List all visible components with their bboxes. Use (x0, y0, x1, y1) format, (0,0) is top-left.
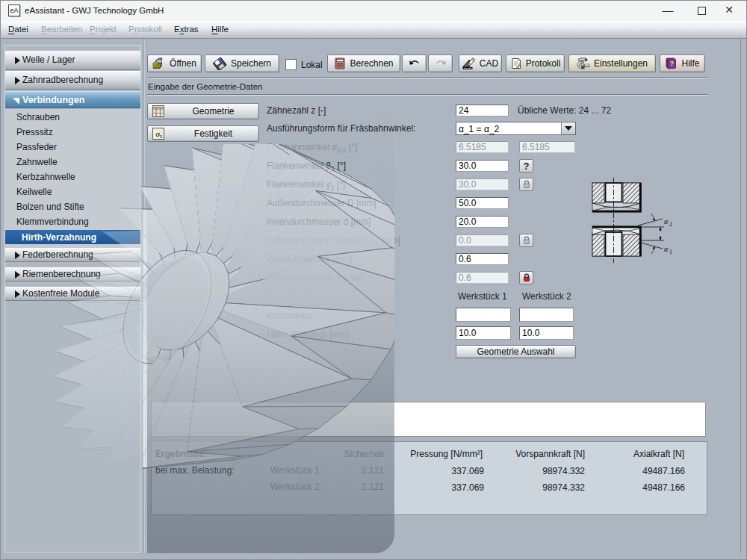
svg-text:α: α (664, 217, 669, 225)
svg-text:2: 2 (669, 221, 672, 228)
svg-text:1: 1 (669, 249, 672, 255)
svg-text:?: ? (670, 59, 675, 67)
svg-text:α: α (664, 245, 669, 253)
